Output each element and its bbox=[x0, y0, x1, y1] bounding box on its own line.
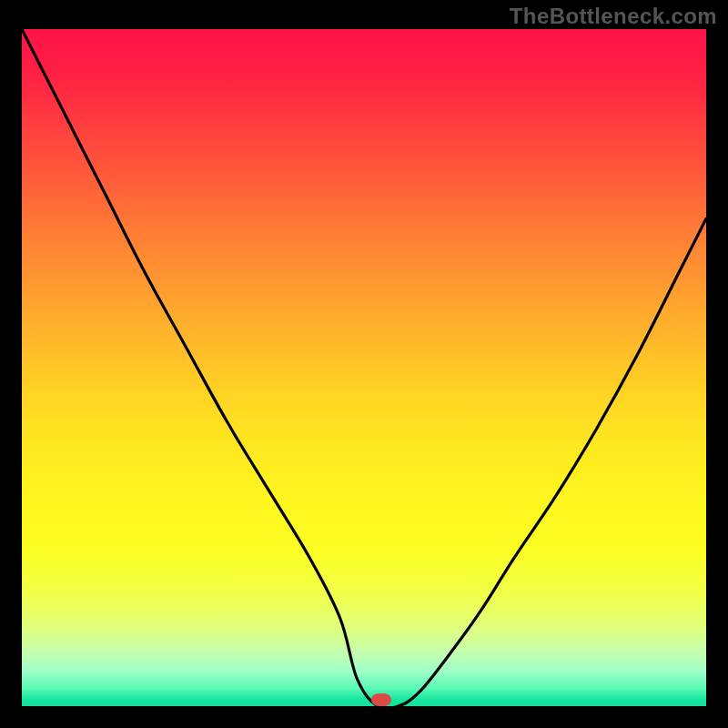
plot-area bbox=[22, 29, 706, 706]
chart-frame: TheBottleneck.com bbox=[0, 0, 728, 728]
background-heat-gradient bbox=[22, 29, 706, 706]
watermark-text: TheBottleneck.com bbox=[510, 4, 717, 29]
